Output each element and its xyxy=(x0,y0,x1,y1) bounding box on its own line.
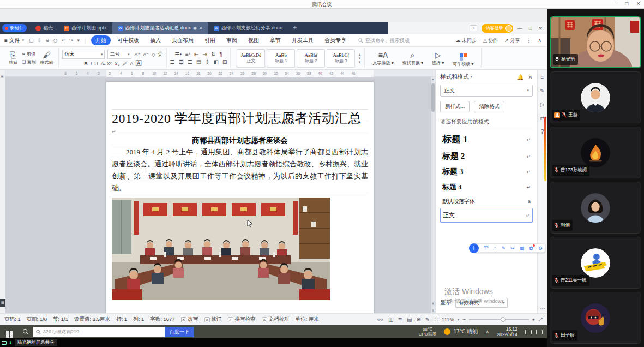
side-tool-icon-2[interactable]: ▷ xyxy=(540,101,545,107)
font-name-select[interactable]: 仿宋▾ xyxy=(62,50,105,59)
bottom-panel-icon[interactable]: ☰ xyxy=(0,299,5,307)
paste-button[interactable]: ⎘粘贴 xyxy=(7,51,20,65)
gallery-up-icon[interactable]: ▲ xyxy=(358,53,361,56)
scroll-up-icon[interactable]: ▲ xyxy=(431,77,435,81)
close-icon[interactable]: ✕ xyxy=(636,1,641,7)
share-button[interactable]: ↗ 分享 xyxy=(504,37,520,44)
collaborate-button[interactable]: △ 协作 xyxy=(483,37,498,44)
style-item-标题 1[interactable]: 标题 1↵ xyxy=(440,130,533,148)
horizontal-ruler[interactable]: 8642246810121416182022242628303234363840… xyxy=(5,70,435,77)
font-size-select[interactable]: 二号▾ xyxy=(107,50,131,59)
participant-tile[interactable]: 杨光艳 xyxy=(550,16,641,68)
command-search[interactable]: 查找命令、搜索模板 xyxy=(358,37,410,44)
status-toggle-拼写检查[interactable]: ✓拼写检查 xyxy=(228,316,256,323)
align-right-icon[interactable]: ☰ xyxy=(188,59,192,65)
tab-close-icon[interactable]: ✕ xyxy=(199,26,203,31)
show-style-select[interactable]: 有效样式▾ xyxy=(455,298,508,308)
numbering-icon[interactable]: ≡¹ xyxy=(185,51,190,57)
gallery-more-icon[interactable]: ▼ xyxy=(358,61,361,64)
ribbon-tab-视图[interactable]: 视图 xyxy=(244,35,263,45)
fullscreen-icon[interactable]: ⤢ xyxy=(538,316,543,323)
shading-icon[interactable]: ◧ xyxy=(214,59,219,65)
zoom-in-icon[interactable]: + xyxy=(532,316,535,322)
ime-tool-icon-6[interactable]: ⚙ xyxy=(538,246,543,251)
tray-expand-icon[interactable]: ∧ xyxy=(486,329,490,334)
subscript-icon[interactable]: X₂ xyxy=(115,61,120,67)
strike-icon[interactable]: A̶ xyxy=(101,61,104,67)
ime-tool-icon-3[interactable]: ✂ xyxy=(510,246,515,251)
more-menu-icon[interactable]: ⋮ xyxy=(526,38,531,43)
eye-protect-icon[interactable]: 👓 xyxy=(377,316,383,322)
style-gallery-item[interactable]: AaBbCcDd正文 xyxy=(237,49,265,68)
cut-button[interactable]: ✂ 剪切 xyxy=(22,51,35,57)
format-painter-button[interactable]: 🖌格式刷 xyxy=(38,51,55,65)
quick-tool-icon-5[interactable]: ↷ xyxy=(69,38,74,43)
underline-button[interactable]: U xyxy=(94,61,98,67)
prev-page-icon[interactable]: ⇞ xyxy=(431,302,435,306)
document-tab[interactable]: P西部计划图.pptx xyxy=(58,22,112,34)
participant-tile[interactable]: 普211吴一帆 xyxy=(550,237,641,289)
style-item-标题 4[interactable]: 标题 4↵ xyxy=(440,180,533,195)
borders-icon[interactable]: ⊞ xyxy=(222,59,227,65)
clock-widget[interactable]: 16:122022/5/14 xyxy=(497,326,517,337)
status-toggle-改写[interactable]: ✕改写 xyxy=(181,316,198,323)
participant-tile[interactable]: 田子硕 xyxy=(550,292,641,344)
style-item-标题 3[interactable]: 标题 3↵ xyxy=(440,164,533,180)
ime-tool-icon-1[interactable]: ∴ xyxy=(493,246,497,251)
cpu-temp-widget[interactable]: 68℃CPU温度 xyxy=(419,327,437,337)
guest-login-button[interactable]: 访客登录 xyxy=(482,24,513,33)
baidu-button[interactable]: 百度一下 xyxy=(165,327,194,337)
grow-font-icon[interactable]: A⁺ xyxy=(134,52,140,57)
ribbon-tab-审阅[interactable]: 审阅 xyxy=(222,35,242,45)
side-tool-icon-0[interactable]: ≡ xyxy=(541,74,544,80)
pin-icon[interactable]: ◉ xyxy=(193,26,197,31)
participant-tile[interactable]: 普173孙毓媚 xyxy=(550,127,641,178)
line-spacing-icon[interactable]: ⇕ xyxy=(205,59,209,65)
ribbon-tab-插入[interactable]: 插入 xyxy=(146,35,165,45)
text-effects-icon[interactable]: ◇ xyxy=(152,52,155,57)
gallery-down-icon[interactable]: ▼ xyxy=(358,57,361,60)
style-gallery-item[interactable]: AaBb(标题 2 xyxy=(297,49,325,68)
ribbon-tool-查找替换[interactable]: ⌕查找替换 ▾ xyxy=(398,51,428,66)
ribbon-tab-章节[interactable]: 章节 xyxy=(266,35,285,45)
wps-minimize-icon[interactable]: — xyxy=(517,26,522,31)
document-tab[interactable]: 稻壳 xyxy=(30,22,58,34)
maximize-icon[interactable]: □ xyxy=(625,1,629,7)
sort-icon[interactable]: ⇅ xyxy=(211,51,215,57)
meeting-photo[interactable] xyxy=(112,198,330,300)
doc-count-badge[interactable]: 3 xyxy=(470,25,477,31)
char-border-icon[interactable]: 🄰 xyxy=(136,61,141,67)
ribbon-tool-可牛模板[interactable]: 可牛模板 ▾ xyxy=(448,50,478,67)
clear-format-button[interactable]: 清除格式 xyxy=(474,101,504,112)
zoom-slider-knob[interactable] xyxy=(501,317,505,322)
next-page-icon[interactable]: ⇟ xyxy=(431,308,435,312)
quick-tool-icon-6[interactable]: ▾ xyxy=(77,38,80,43)
font-color-icon[interactable]: A xyxy=(130,61,133,67)
side-tool-icon-4[interactable]: ? xyxy=(541,129,544,135)
document-tab[interactable]: W西部计划志愿者活动汇总.docx◉✕ xyxy=(112,22,208,34)
zoom-slider[interactable] xyxy=(469,319,529,320)
sync-status[interactable]: ☁ 未同步 xyxy=(455,37,477,44)
wps-maximize-icon[interactable]: □ xyxy=(529,26,532,31)
new-style-button[interactable]: 新样式... xyxy=(440,101,470,112)
document-page[interactable]: 2019-2020 学年度西部计划志愿者活动汇总 ↵ 商都县西部计划志愿者座谈会… xyxy=(106,82,374,313)
view-mode-icon-0[interactable]: ◫ xyxy=(388,316,393,322)
quick-tool-icon-2[interactable]: ⊖ xyxy=(45,38,50,43)
copy-button[interactable]: ❏ 复制 xyxy=(22,59,35,65)
side-tool-icon-1[interactable]: ✎ xyxy=(540,88,544,94)
zoom-value[interactable]: 111% xyxy=(442,316,454,322)
collapse-ribbon-icon[interactable]: ∧ xyxy=(538,38,541,43)
quick-tool-icon-4[interactable]: ↶ xyxy=(61,38,65,43)
highlight-icon[interactable]: 🖉 xyxy=(122,61,127,67)
style-gallery-item[interactable]: AaBb标题 1 xyxy=(267,49,295,68)
new-tab-button[interactable]: + xyxy=(287,22,302,34)
ime-tool-icon-0[interactable]: 中 xyxy=(484,244,489,252)
bold-button[interactable]: B xyxy=(84,61,88,67)
panel-close-icon[interactable]: ✕ xyxy=(528,74,533,80)
notification-icon[interactable] xyxy=(536,330,543,334)
ime-tray-icon[interactable] xyxy=(525,330,532,334)
style-gallery-item[interactable]: AaBbC(标题 3 xyxy=(327,49,355,68)
taskbar-search-icon[interactable] xyxy=(19,328,33,335)
baidu-search-box[interactable]: 320万理财剩219... 百度一下 xyxy=(33,327,194,337)
scrollbar-thumb[interactable] xyxy=(431,83,435,112)
